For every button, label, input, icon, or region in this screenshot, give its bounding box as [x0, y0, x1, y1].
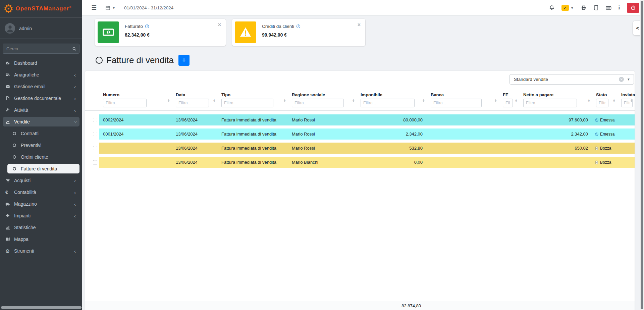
- col-header-netto[interactable]: Netto a pagare: [519, 92, 592, 99]
- segment-select[interactable]: Standard vendite ✕ ▼: [509, 74, 634, 85]
- sidebar-horizontal-scrollbar[interactable]: [1, 306, 82, 309]
- filter-input-ragione[interactable]: [292, 99, 344, 107]
- cell-banca: [427, 157, 499, 168]
- bell-icon[interactable]: [549, 5, 554, 10]
- sidebar-item-contratti[interactable]: Contratti: [7, 129, 79, 138]
- cell-fe: [499, 128, 519, 140]
- sidebar-item-vendite[interactable]: Vendite‹: [3, 117, 79, 126]
- fatturato-card-body: Fatturato? 82.342,00 €: [125, 21, 150, 43]
- col-header-ragione[interactable]: Ragione sociale: [288, 92, 357, 99]
- sidebar-item-preventivi[interactable]: Preventivi: [7, 141, 79, 150]
- filter-input-data[interactable]: [176, 99, 209, 107]
- page-scrollbar[interactable]: [640, 0, 644, 310]
- svg-text:?: ?: [298, 25, 299, 28]
- row-checkbox[interactable]: [93, 160, 97, 164]
- check-badge[interactable]: ✓: [561, 5, 569, 11]
- sort-arrows-icon[interactable]: ▲▼: [167, 99, 170, 103]
- sidebar-item-magazzino[interactable]: Magazzino‹: [3, 199, 79, 209]
- col-header-tipo[interactable]: Tipo: [217, 92, 288, 99]
- sort-arrows-icon[interactable]: ▲▼: [494, 99, 497, 103]
- sort-arrows-icon[interactable]: ▲▼: [213, 99, 216, 103]
- row-checkbox[interactable]: [93, 132, 97, 136]
- clear-selection-icon[interactable]: ✕: [619, 77, 624, 82]
- print-icon[interactable]: [581, 5, 586, 10]
- brand[interactable]: ⚙ OpenSTAManager®: [0, 0, 82, 18]
- filter-input-netto[interactable]: [523, 99, 577, 107]
- circle-icon: [12, 155, 21, 159]
- col-header-banca[interactable]: Banca: [427, 92, 499, 99]
- svg-text:?: ?: [146, 25, 148, 28]
- table-row[interactable]: 0001/202413/06/2024Fattura immediata di …: [85, 128, 635, 140]
- puzzle-icon: [5, 213, 14, 218]
- crediti-card-body: Crediti da clienti? 99.942,00 €: [262, 21, 301, 43]
- sort-arrows-icon[interactable]: ▲▼: [588, 99, 590, 103]
- col-header-data[interactable]: Data: [172, 92, 217, 99]
- sidebar-item-strumenti[interactable]: ⚙Strumenti‹: [3, 246, 79, 256]
- scrollbar-thumb[interactable]: [641, 1, 643, 309]
- sidebar-item-acquisti[interactable]: Acquisti‹: [3, 176, 79, 185]
- clock-status-icon: [595, 132, 599, 136]
- checklist-dropdown[interactable]: ✓ ▼: [561, 5, 574, 11]
- keyboard-shortcuts-icon[interactable]: [606, 5, 611, 11]
- sidebar: ⚙ OpenSTAManager® admin DashboardAnagraf…: [0, 0, 82, 310]
- sidebar-item-impianti[interactable]: Impianti‹: [3, 211, 79, 220]
- close-icon[interactable]: ×: [218, 22, 221, 28]
- help-icon[interactable]: ?: [145, 24, 149, 29]
- close-icon[interactable]: ×: [358, 22, 361, 28]
- sidebar-item-statistiche[interactable]: Statistiche: [3, 223, 79, 232]
- chevron-down-icon: ▼: [571, 6, 574, 10]
- logout-power-button[interactable]: [627, 3, 639, 13]
- sort-arrows-icon[interactable]: ▲▼: [422, 99, 425, 103]
- filter-input-stato[interactable]: [596, 99, 608, 107]
- sidebar-item-label: Ordini cliente: [21, 154, 48, 160]
- sort-arrows-icon[interactable]: ▲▼: [283, 99, 286, 103]
- row-checkbox[interactable]: [93, 118, 97, 122]
- sidebar-item-ordini-cliente[interactable]: Ordini cliente: [7, 152, 79, 162]
- filter-input-banca[interactable]: [431, 99, 482, 107]
- row-checkbox[interactable]: [93, 146, 97, 150]
- cell-stato: Emessa: [592, 128, 617, 140]
- sidebar-item-fatture-di-vendita[interactable]: Fatture di vendita: [7, 164, 79, 173]
- table-row[interactable]: 0002/202413/06/2024Fattura immediata di …: [85, 114, 635, 125]
- sidebar-item-label: Contabilità: [14, 190, 36, 195]
- sidebar-item-contabilita[interactable]: €Contabilità‹: [3, 188, 79, 197]
- sidebar-item-gestione-documentale[interactable]: Gestione documentale‹: [3, 94, 79, 103]
- filter-input-imponibile[interactable]: [361, 99, 415, 107]
- brand-name: OpenSTAManager®: [15, 5, 71, 12]
- avatar[interactable]: [5, 23, 15, 34]
- sidebar-item-label: Statistiche: [14, 225, 36, 230]
- user-name[interactable]: admin: [19, 26, 32, 31]
- table-row[interactable]: 13/06/2024Fattura immediata di venditaMa…: [85, 143, 635, 154]
- table-row[interactable]: 13/06/2024Fattura immediata di venditaMa…: [85, 157, 635, 168]
- cell-inviata: [617, 114, 635, 125]
- bar-chart-icon: [5, 225, 14, 230]
- sidebar-item-dashboard[interactable]: Dashboard: [3, 58, 79, 68]
- docs-book-icon[interactable]: [593, 5, 599, 10]
- sort-arrows-icon[interactable]: ▲▼: [613, 99, 615, 103]
- person-icon: [5, 24, 15, 33]
- sidebar-item-gestione-email[interactable]: Gestione email‹: [3, 82, 79, 91]
- sort-arrows-icon[interactable]: ▲▼: [515, 99, 518, 103]
- help-icon[interactable]: ?: [296, 24, 301, 29]
- info-icon[interactable]: i: [619, 5, 620, 11]
- sort-arrows-icon[interactable]: ▲▼: [352, 99, 355, 103]
- sort-arrows-icon[interactable]: ▲▼: [630, 99, 633, 103]
- date-range-picker[interactable]: ▼: [105, 5, 115, 10]
- cell-stato: Emessa: [592, 114, 617, 125]
- filter-input-tipo[interactable]: [221, 99, 273, 107]
- imponibile-total: 82.874,80: [401, 303, 421, 308]
- filter-input-numero[interactable]: [103, 99, 147, 107]
- sidebar-item-anagrafiche[interactable]: Anagrafiche‹: [3, 70, 79, 80]
- hamburger-menu-icon[interactable]: ☰: [91, 5, 97, 11]
- add-invoice-button[interactable]: +: [178, 55, 190, 66]
- search-input[interactable]: [3, 44, 69, 54]
- sidebar-item-attivita[interactable]: Attività‹: [3, 105, 79, 115]
- filter-input-fe[interactable]: [503, 99, 513, 107]
- cell-imponibile: 2.342,00: [357, 128, 427, 140]
- col-header-numero[interactable]: Numero: [99, 92, 172, 99]
- top-navbar: ☰ ▼ 01/01/2024 - 31/12/2024 ✓ ▼ i: [82, 0, 644, 16]
- cell-netto: 650,02: [519, 143, 592, 154]
- search-button[interactable]: [69, 44, 79, 54]
- sidebar-item-mappa[interactable]: Mappa: [3, 235, 79, 244]
- col-header-imponibile[interactable]: Imponibile: [357, 92, 427, 99]
